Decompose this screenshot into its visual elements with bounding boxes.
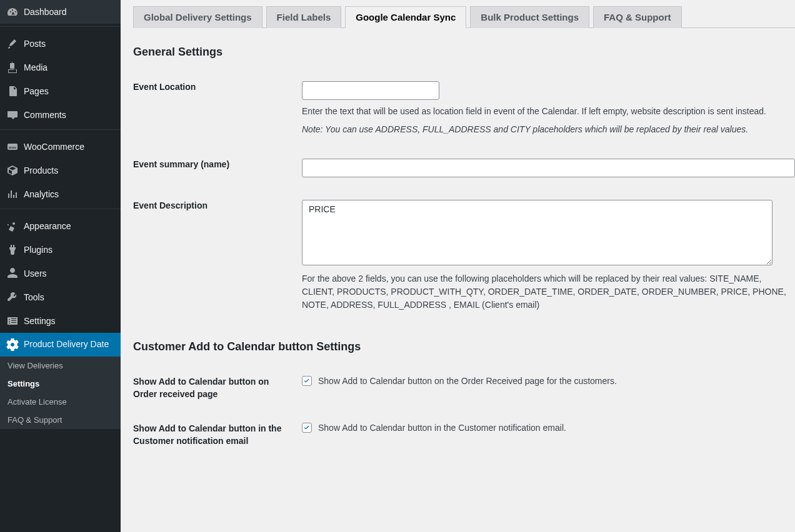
customer-settings-form: Show Add to Calendar button on Order rec… <box>133 365 795 458</box>
sidebar-item-label: Dashboard <box>24 6 67 17</box>
general-settings-title: General Settings <box>133 46 795 59</box>
sidebar-separator <box>0 129 121 132</box>
analytics-icon <box>6 188 19 200</box>
event-location-label: Event Location <box>133 81 302 94</box>
event-description-label: Event Description <box>133 200 302 212</box>
event-location-row: Event Location Enter the text that will … <box>133 70 795 147</box>
event-description-help: For the above 2 fields, you can use the … <box>302 272 789 312</box>
event-summary-row: Event summary (name) <box>133 147 795 189</box>
sidebar-subitem-view-deliveries[interactable]: View Deliveries <box>0 357 121 375</box>
sidebar-item-label: Posts <box>24 38 46 49</box>
show-order-received-row: Show Add to Calendar button on Order rec… <box>133 365 795 411</box>
sidebar-item-media[interactable]: Media <box>0 56 121 79</box>
media-icon <box>6 61 19 74</box>
event-location-note: Note: You can use ADDRESS, FULL_ADDRESS … <box>302 123 789 136</box>
show-notification-email-field: Show Add to Calendar button in the Custo… <box>302 423 795 433</box>
sidebar-item-pages[interactable]: Pages <box>0 79 121 103</box>
sidebar-item-products[interactable]: Products <box>0 159 121 182</box>
show-order-received-checkbox[interactable] <box>302 376 312 386</box>
users-icon <box>6 267 19 280</box>
event-location-field: Enter the text that will be used as loca… <box>302 81 795 136</box>
pages-icon <box>6 85 19 97</box>
tab-faq-support[interactable]: FAQ & Support <box>593 6 682 28</box>
tab-bulk-product-settings[interactable]: Bulk Product Settings <box>470 6 589 28</box>
event-description-textarea[interactable]: PRICE <box>302 200 772 265</box>
sidebar-item-label: Comments <box>24 109 66 121</box>
sidebar-separator <box>0 209 121 212</box>
event-summary-field <box>302 159 795 177</box>
event-summary-label: Event summary (name) <box>133 159 302 171</box>
sidebar-item-label: Appearance <box>24 220 71 232</box>
sidebar-separator <box>0 26 121 29</box>
sidebar-item-label: Media <box>24 62 48 73</box>
sidebar-item-label: Plugins <box>24 244 52 255</box>
tools-icon <box>6 291 19 303</box>
sidebar-item-settings[interactable]: Settings <box>0 309 121 333</box>
sidebar-item-label: Users <box>24 268 47 279</box>
sidebar-item-analytics[interactable]: Analytics <box>0 182 121 206</box>
event-summary-input[interactable] <box>302 159 795 177</box>
event-description-row: Event Description PRICE For the above 2 … <box>133 189 795 323</box>
tab-global-delivery-settings[interactable]: Global Delivery Settings <box>133 6 262 28</box>
sidebar-item-label: WooCommerce <box>24 141 84 152</box>
sidebar-item-plugins[interactable]: Plugins <box>0 238 121 262</box>
show-order-received-label: Show Add to Calendar button on Order rec… <box>133 376 302 400</box>
main-content: Global Delivery Settings Field Labels Go… <box>121 0 795 532</box>
general-settings-form: Event Location Enter the text that will … <box>133 70 795 323</box>
tab-field-labels[interactable]: Field Labels <box>266 6 342 28</box>
show-order-received-checkbox-label: Show Add to Calendar button on the Order… <box>318 376 617 386</box>
event-location-help: Enter the text that will be used as loca… <box>302 105 789 118</box>
sidebar-item-comments[interactable]: Comments <box>0 103 121 127</box>
nav-tabs: Global Delivery Settings Field Labels Go… <box>133 4 795 28</box>
sidebar-item-label: Products <box>24 165 58 176</box>
show-order-received-field: Show Add to Calendar button on the Order… <box>302 376 795 386</box>
sidebar-item-woocommerce[interactable]: woo WooCommerce <box>0 135 121 159</box>
sidebar-item-label: Tools <box>24 292 44 303</box>
admin-sidebar: Dashboard Posts Media Pages Comments woo… <box>0 0 121 532</box>
sidebar-item-label: Analytics <box>24 189 59 200</box>
sidebar-submenu: View Deliveries Settings Activate Licens… <box>0 357 121 429</box>
show-notification-email-label: Show Add to Calendar button in the Custo… <box>133 423 302 447</box>
sidebar-item-users[interactable]: Users <box>0 262 121 285</box>
sidebar-subitem-faq-support[interactable]: FAQ & Support <box>0 411 121 429</box>
show-notification-email-row: Show Add to Calendar button in the Custo… <box>133 411 795 458</box>
dashboard-icon <box>6 6 19 18</box>
sidebar-item-label: Product Delivery Date <box>24 338 109 350</box>
sidebar-item-label: Pages <box>24 86 49 97</box>
customer-settings-title: Customer Add to Calendar button Settings <box>133 340 795 353</box>
comments-icon <box>6 109 19 121</box>
gear-icon <box>6 338 19 351</box>
products-icon <box>6 164 19 177</box>
show-notification-email-checkbox-label: Show Add to Calendar button in the Custo… <box>318 423 566 433</box>
sidebar-subitem-settings[interactable]: Settings <box>0 375 121 393</box>
sidebar-item-posts[interactable]: Posts <box>0 32 121 56</box>
sidebar-subitem-activate-license[interactable]: Activate License <box>0 393 121 411</box>
appearance-icon <box>6 220 19 232</box>
sidebar-item-label: Settings <box>24 315 56 327</box>
settings-icon <box>6 315 19 327</box>
sidebar-item-tools[interactable]: Tools <box>0 285 121 309</box>
sidebar-item-dashboard[interactable]: Dashboard <box>0 0 121 24</box>
event-location-input[interactable] <box>302 81 439 100</box>
show-notification-email-checkbox[interactable] <box>302 423 312 433</box>
woocommerce-icon: woo <box>6 140 19 153</box>
sidebar-item-product-delivery-date[interactable]: Product Delivery Date <box>0 333 121 357</box>
tab-google-calendar-sync[interactable]: Google Calendar Sync <box>345 6 466 28</box>
plugins-icon <box>6 244 19 256</box>
sidebar-item-appearance[interactable]: Appearance <box>0 214 121 238</box>
pin-icon <box>6 37 19 50</box>
event-description-field: PRICE For the above 2 fields, you can us… <box>302 200 795 312</box>
svg-text:woo: woo <box>8 145 16 149</box>
